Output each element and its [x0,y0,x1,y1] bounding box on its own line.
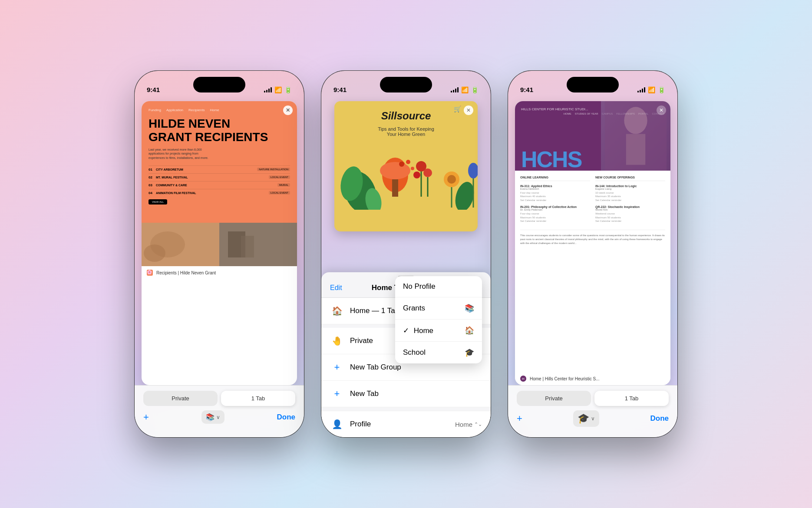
new-tab-group-icon: + [330,360,344,374]
dropdown-item-no-profile[interactable]: No Profile [395,276,482,297]
list-item: 01 CITY ARBORETUM NATURE INSTALLATION [149,165,290,173]
profile-home-text: Home [455,421,472,428]
hchs-online-learning: ONLINE LEARNING IN-311: Applied Ethics E… [520,176,590,226]
profile-icon: 👤 [330,417,344,431]
grant-image-1 [142,223,219,266]
sillsource-close-button[interactable]: ✕ [464,106,473,115]
hchs-school-name: HILLS CENTER FOR HEURISTIC STUDI... [521,107,588,111]
hchs-close-button[interactable]: ✕ [657,106,666,115]
signal-icon-left [264,87,272,92]
new-tab-icon: + [330,387,344,401]
hchs-nav-studies[interactable]: STUDIES OF YEAR [575,112,598,115]
hchs-new-courses: NEW COURSE OFFERINGS IN-144: Introductio… [595,176,665,226]
dynamic-island-left [193,77,245,92]
nav-application[interactable]: Application [166,108,183,112]
tab-1tab-right[interactable]: 1 Tab [594,391,669,406]
svg-point-13 [423,168,432,177]
sillsource-subtitle: Tips and Tools for KeepingYour Home Gree… [334,126,478,137]
status-time-center: 9:41 [333,86,347,93]
chevron-down-icon: ∨ [216,414,220,420]
sillsource-bookmark-icon[interactable]: 🛒 [454,106,461,112]
new-tab-group-label: New Tab Group [350,363,482,372]
nav-recipients[interactable]: Recipients [188,108,205,112]
chevron-down-icon-right: ∨ [591,416,595,422]
add-tab-button-right[interactable]: + [517,413,522,424]
tab-private[interactable]: Private [143,391,218,406]
done-button-left[interactable]: Done [277,413,295,422]
nav-home[interactable]: Home [210,108,219,112]
status-time-right: 9:41 [520,86,533,93]
svg-point-23 [411,167,414,170]
grants-title: HILDE NEVENGRANT RECIPIENTS [149,117,290,144]
status-icons-center: 📶 🔋 [451,86,479,93]
phone-right-screen: 9:41 📶 🔋 ✕ HILLS CENTER FOR HEURISTIC ST… [508,71,677,437]
grants-list: 01 CITY ARBORETUM NATURE INSTALLATION 02… [149,165,290,197]
wifi-icon-left: 📶 [274,86,282,93]
dropdown-item-school[interactable]: School 🎓 [395,342,482,363]
battery-icon-center: 🔋 [471,86,479,93]
profile-value: Home ⌃⌄ [455,421,482,428]
school-button-group[interactable]: 🎓 ∨ [573,410,599,427]
edit-button[interactable]: Edit [330,284,342,292]
svg-point-28 [624,107,647,134]
no-profile-label: No Profile [403,282,436,291]
nav-funding[interactable]: Funding [149,108,161,112]
tab-private-right[interactable]: Private [517,391,591,406]
wifi-icon-right: 📶 [648,86,655,93]
phone-center: 9:41 📶 🔋 ✕ 🛒 Sillsource Tips and Tools f… [321,71,491,437]
dropdown-item-grants[interactable]: Grants 📚 [395,297,482,320]
svg-rect-11 [392,179,398,197]
sheet-separator-2 [321,407,491,411]
dynamic-island-right [567,77,619,92]
close-button[interactable]: ✕ [283,106,293,115]
bottom-toolbar-left: Private 1 Tab + 📚 ∨ Done [135,385,304,437]
sillsource-illustration [334,140,478,210]
hchs-nav-home[interactable]: HOME [564,112,571,115]
list-item: 03 COMMUNITY & CARE MURAL [149,181,290,189]
phone-left: 9:41 📶 🔋 Funding Application [135,71,304,437]
hchs-sections: ONLINE LEARNING IN-311: Applied Ethics E… [520,176,665,226]
grants-nav: Funding Application Recipients Home [149,108,290,112]
battery-icon-left: 🔋 [284,86,292,93]
dropdown-item-home[interactable]: ✓ Home 🏠 [395,320,482,342]
profile-dropdown: No Profile Grants 📚 ✓ Home 🏠 School 🎓 [395,276,482,363]
page-title-text: Recipients | Hilde Neven Grant [156,270,216,275]
online-learning-title: ONLINE LEARNING [520,176,590,181]
sillsource-title: Sillsource [334,101,478,126]
toolbar-row-left: + 📚 ∨ Done [143,410,295,424]
course-qr222: QR-222: Stochastic Inspiration Wonki Kim… [595,205,665,223]
list-item: 04 ANIMATION FILM FESTIVAL LOCAL EVENT [149,189,290,197]
phone-center-screen: 9:41 📶 🔋 ✕ 🛒 Sillsource Tips and Tools f… [321,71,491,437]
profile-row[interactable]: 👤 Profile Home ⌃⌄ [321,411,491,437]
school-icon: 🎓 [578,413,589,424]
tab-row-left: Private 1 Tab [143,391,295,406]
hchs-logo: HCHS [521,148,601,171]
svg-point-22 [406,160,410,164]
signal-icon-center [451,87,459,92]
sheet-item-new-tab[interactable]: + New Tab [321,381,491,407]
hchs-description: This course encourages students to consi… [520,230,665,245]
hchs-favicon: H [520,376,526,382]
svg-rect-29 [626,134,645,165]
grants-label: Grants [403,304,425,313]
phone-left-screen: 9:41 📶 🔋 Funding Application [135,71,304,437]
grants-subtitle: Last year, we received more than 8,000ap… [149,148,290,160]
grants-images [142,223,297,266]
sillsource-card: ✕ 🛒 Sillsource Tips and Tools for Keepin… [334,101,478,231]
svg-point-14 [413,172,420,178]
add-tab-button[interactable]: + [143,412,149,423]
home-dropdown-icon: 🏠 [465,326,474,335]
dynamic-island-center [380,77,432,92]
profile-chevron-icon: ⌃⌄ [474,422,482,427]
library-button-group[interactable]: 📚 ∨ [201,410,224,424]
profile-label: Profile [350,420,449,429]
school-icon: 🎓 [465,348,474,357]
phone-right: 9:41 📶 🔋 ✕ HILLS CENTER FOR HEURISTIC ST… [508,71,677,437]
tab-1tab[interactable]: 1 Tab [221,391,295,406]
done-button-right[interactable]: Done [650,414,669,423]
course-in311: IN-311: Applied Ethics Evena Hettevich F… [520,185,590,202]
view-all-button[interactable]: VIEW ALL [149,199,167,205]
grants-card: Funding Application Recipients Home ✕ HI… [142,101,297,223]
school-label: School [403,348,426,357]
hchs-page-title-bar: H Home | Hills Center for Heuristic S... [515,372,670,385]
